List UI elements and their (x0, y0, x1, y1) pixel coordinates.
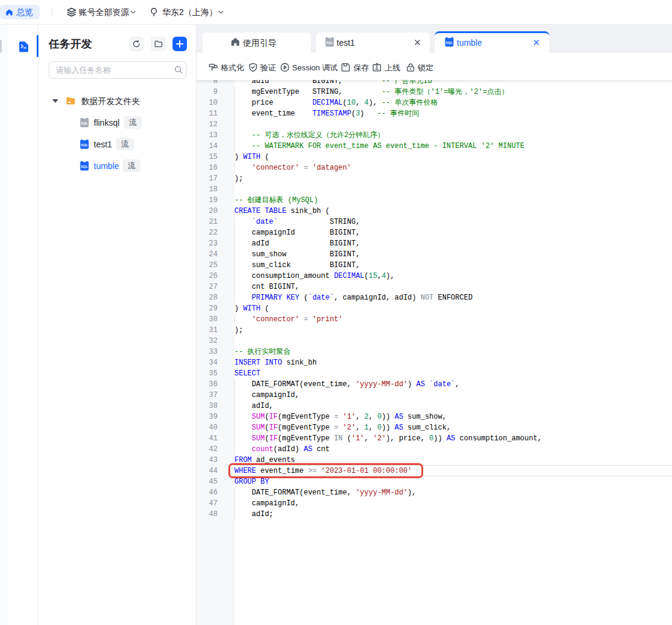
svg-text:SQL: SQL (81, 165, 88, 168)
svg-text:SQL: SQL (81, 122, 88, 125)
svg-text:SQL: SQL (326, 41, 333, 45)
svg-text:SQL: SQL (445, 41, 453, 45)
svg-text:SQL: SQL (81, 143, 88, 147)
